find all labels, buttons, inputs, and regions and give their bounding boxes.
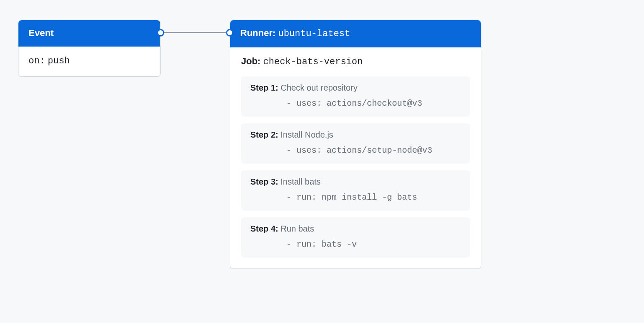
step-title: Step 4: Run bats — [250, 224, 461, 234]
event-card-body: on: push — [18, 47, 160, 76]
event-card: Event on: push — [18, 20, 161, 77]
runner-card: Runner: ubuntu-latest Job: check-bats-ve… — [230, 20, 481, 269]
step-name: Install bats — [280, 177, 321, 186]
step-command: - uses: actions/checkout@v3 — [250, 99, 461, 108]
event-card-header: Event — [18, 20, 160, 47]
step-command: - run: npm install -g bats — [250, 193, 461, 202]
runner-card-header: Runner: ubuntu-latest — [230, 20, 481, 47]
event-header-label: Event — [29, 28, 54, 38]
step-title: Step 2: Install Node.js — [250, 130, 461, 140]
connector-line — [161, 32, 230, 33]
step-label: Step 2: — [250, 130, 278, 139]
step-name: Check out repository — [280, 83, 357, 92]
steps-list: Step 1: Check out repository- uses: acti… — [241, 76, 470, 258]
step-item: Step 1: Check out repository- uses: acti… — [241, 76, 470, 117]
step-label: Step 4: — [250, 224, 278, 233]
step-label: Step 3: — [250, 177, 278, 186]
step-command: - run: bats -v — [250, 240, 461, 249]
connector-dot-left — [157, 29, 164, 36]
step-command: - uses: actions/setup-node@v3 — [250, 146, 461, 155]
job-label: Job: — [241, 56, 260, 66]
runner-card-body: Job: check-bats-version Step 1: Check ou… — [230, 47, 481, 268]
runner-header-label: Runner: — [240, 28, 275, 38]
step-title: Step 3: Install bats — [250, 177, 461, 187]
step-label: Step 1: — [250, 83, 278, 92]
step-name: Install Node.js — [280, 130, 333, 139]
connector-dot-right — [226, 29, 234, 36]
step-item: Step 4: Run bats- run: bats -v — [241, 217, 470, 258]
job-line: Job: check-bats-version — [241, 56, 470, 67]
runner-name: ubuntu-latest — [278, 29, 350, 39]
step-title: Step 1: Check out repository — [250, 83, 461, 93]
step-item: Step 3: Install bats- run: npm install -… — [241, 170, 470, 211]
job-name: check-bats-version — [263, 57, 363, 67]
event-trigger-key: on: — [29, 56, 45, 66]
step-item: Step 2: Install Node.js- uses: actions/s… — [241, 123, 470, 164]
event-trigger-value: push — [48, 56, 70, 66]
step-name: Run bats — [280, 224, 314, 233]
